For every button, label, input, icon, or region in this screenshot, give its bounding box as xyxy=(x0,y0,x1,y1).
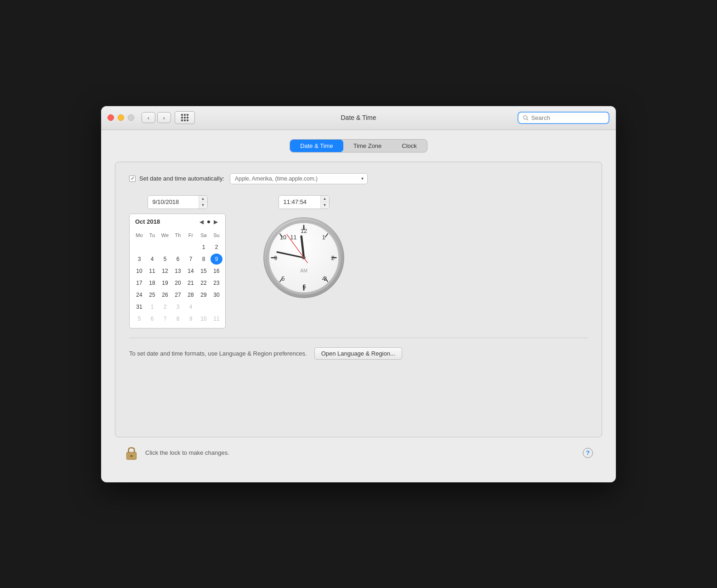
time-section: ▲ ▼ xyxy=(262,195,345,299)
open-language-region-button[interactable]: Open Language & Region... xyxy=(314,347,402,360)
cal-day[interactable]: 21 xyxy=(185,277,197,288)
cal-day[interactable] xyxy=(185,242,197,253)
cal-day[interactable] xyxy=(159,242,171,253)
cal-day[interactable]: 5 xyxy=(133,313,145,324)
auto-time-label: Set date and time automatically: xyxy=(139,175,224,182)
cal-day[interactable]: 31 xyxy=(133,301,145,312)
cal-day[interactable]: 15 xyxy=(198,266,210,277)
cal-day[interactable]: 9 xyxy=(185,313,197,324)
time-input-wrapper[interactable]: ▲ ▼ xyxy=(279,195,330,209)
cal-day[interactable]: 23 xyxy=(211,277,222,288)
cal-day[interactable]: 18 xyxy=(146,277,158,288)
tab-time-zone[interactable]: Time Zone xyxy=(343,140,392,152)
server-value: Apple, Amerika, (time.apple.com.) xyxy=(235,175,318,182)
auto-time-checkbox-wrapper[interactable]: ✓ Set date and time automatically: xyxy=(129,175,224,182)
cal-day[interactable]: 24 xyxy=(133,289,145,300)
cal-day[interactable]: 8 xyxy=(198,254,210,265)
cal-day[interactable]: 14 xyxy=(185,266,197,277)
cal-day[interactable]: 30 xyxy=(211,289,222,300)
svg-text:1: 1 xyxy=(322,234,325,241)
date-input[interactable] xyxy=(148,197,199,207)
date-section: ▲ ▼ Oct 2018 ◀ ▶ xyxy=(129,195,226,328)
cal-day[interactable]: 3 xyxy=(133,254,145,265)
content-area: Date & Time Time Zone Clock ✓ Set date a… xyxy=(101,130,616,482)
cal-header-fr: Fr xyxy=(185,230,197,241)
calendar-grid: Mo Tu We Th Fr Sa Su xyxy=(133,230,222,324)
search-icon xyxy=(523,115,529,121)
cal-day[interactable]: 3 xyxy=(172,301,184,312)
cal-day[interactable] xyxy=(133,242,145,253)
cal-day[interactable]: 26 xyxy=(159,289,171,300)
grid-view-button[interactable] xyxy=(175,111,195,124)
cal-day[interactable]: 2 xyxy=(159,301,171,312)
cal-day[interactable]: 28 xyxy=(185,289,197,300)
search-input[interactable] xyxy=(531,114,604,121)
tabs: Date & Time Time Zone Clock xyxy=(290,139,427,153)
svg-rect-30 xyxy=(130,455,132,457)
cal-day[interactable] xyxy=(198,301,210,312)
cal-day[interactable] xyxy=(172,242,184,253)
cal-day-selected[interactable]: 9 xyxy=(211,254,222,265)
cal-day[interactable] xyxy=(211,301,222,312)
search-box[interactable] xyxy=(518,112,609,124)
cal-day[interactable]: 11 xyxy=(146,266,158,277)
cal-day[interactable]: 19 xyxy=(159,277,171,288)
cal-day[interactable]: 12 xyxy=(159,266,171,277)
time-decrement-button[interactable]: ▼ xyxy=(321,202,329,209)
date-increment-button[interactable]: ▲ xyxy=(199,196,207,202)
cal-day[interactable]: 27 xyxy=(172,289,184,300)
calendar-today-dot[interactable] xyxy=(207,220,210,223)
cal-day[interactable]: 4 xyxy=(146,254,158,265)
cal-day[interactable]: 22 xyxy=(198,277,210,288)
auto-time-checkbox[interactable]: ✓ xyxy=(129,175,136,182)
forward-icon: › xyxy=(163,114,165,121)
date-input-wrapper[interactable]: ▲ ▼ xyxy=(148,195,208,209)
cal-day[interactable]: 16 xyxy=(211,266,222,277)
cal-day[interactable]: 7 xyxy=(185,254,197,265)
cal-day[interactable]: 10 xyxy=(133,266,145,277)
cal-day[interactable]: 2 xyxy=(211,242,222,253)
cal-day[interactable]: 20 xyxy=(172,277,184,288)
calendar-next-button[interactable]: ▶ xyxy=(212,218,220,226)
cal-day[interactable]: 25 xyxy=(146,289,158,300)
tab-date-time[interactable]: Date & Time xyxy=(290,140,343,152)
date-decrement-button[interactable]: ▼ xyxy=(199,202,207,209)
time-increment-button[interactable]: ▲ xyxy=(321,196,329,202)
cal-day[interactable]: 4 xyxy=(185,301,197,312)
cal-day[interactable]: 1 xyxy=(198,242,210,253)
bottom-bar: To set date and time formats, use Langua… xyxy=(129,338,588,360)
forward-button[interactable]: › xyxy=(157,112,171,123)
svg-text:6: 6 xyxy=(302,283,306,289)
cal-day[interactable]: 11 xyxy=(211,313,222,324)
cal-day[interactable]: 17 xyxy=(133,277,145,288)
maximize-button[interactable] xyxy=(128,114,134,121)
cal-day[interactable]: 5 xyxy=(159,254,171,265)
calendar-prev-button[interactable]: ◀ xyxy=(198,218,205,226)
cal-day[interactable]: 13 xyxy=(172,266,184,277)
back-button[interactable]: ‹ xyxy=(142,112,155,123)
back-icon: ‹ xyxy=(148,114,149,121)
cal-day[interactable]: 29 xyxy=(198,289,210,300)
server-dropdown[interactable]: Apple, Amerika, (time.apple.com.) ▾ xyxy=(230,173,368,184)
calendar-month-year: Oct 2018 xyxy=(135,218,160,225)
cal-header-th: Th xyxy=(172,230,184,241)
cal-day[interactable]: 6 xyxy=(146,313,158,324)
lock-icon[interactable] xyxy=(124,445,139,461)
time-input[interactable] xyxy=(279,197,320,207)
cal-day[interactable]: 1 xyxy=(146,301,158,312)
time-stepper: ▲ ▼ xyxy=(320,196,329,209)
cal-header-we: We xyxy=(159,230,171,241)
clock-svg: 12 1 2 3 6 5 9 10 4 11 AM xyxy=(262,216,345,299)
minimize-button[interactable] xyxy=(118,114,124,121)
tab-clock[interactable]: Clock xyxy=(392,140,427,152)
help-button[interactable]: ? xyxy=(583,448,593,458)
close-button[interactable] xyxy=(108,114,114,121)
cal-day[interactable] xyxy=(146,242,158,253)
cal-day[interactable]: 10 xyxy=(198,313,210,324)
calendar: Oct 2018 ◀ ▶ Mo Tu We Th xyxy=(129,214,226,328)
nav-buttons: ‹ › xyxy=(142,112,171,123)
cal-day[interactable]: 6 xyxy=(172,254,184,265)
window-title: Date & Time xyxy=(341,114,376,121)
cal-day[interactable]: 8 xyxy=(172,313,184,324)
cal-day[interactable]: 7 xyxy=(159,313,171,324)
